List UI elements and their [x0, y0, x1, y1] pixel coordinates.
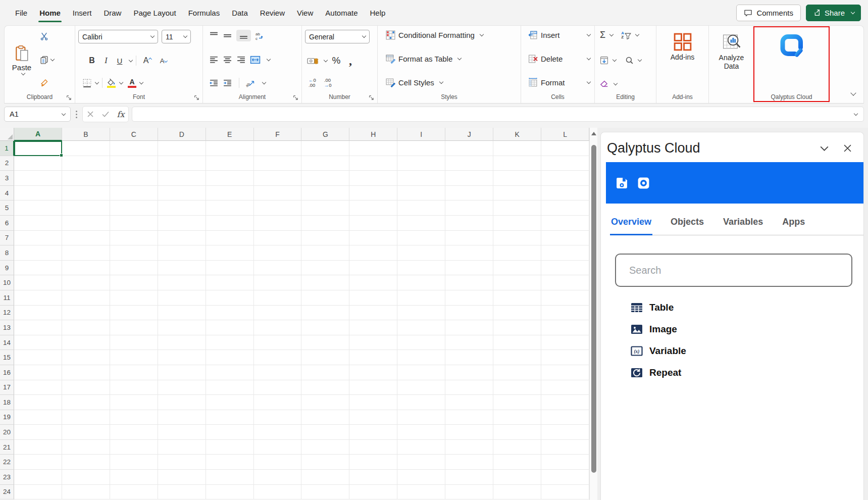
autosum-chevron-icon[interactable] — [609, 32, 614, 36]
cell-A22[interactable] — [14, 455, 62, 470]
clipboard-dialog-launcher[interactable] — [66, 95, 72, 101]
cell-E6[interactable] — [206, 216, 254, 231]
cell-I9[interactable] — [397, 261, 445, 276]
cell-B17[interactable] — [62, 380, 110, 395]
cell-D17[interactable] — [158, 380, 206, 395]
cell-A15[interactable] — [14, 350, 62, 365]
cell-A4[interactable] — [14, 186, 62, 201]
cell-B18[interactable] — [62, 395, 110, 410]
cell-F9[interactable] — [254, 261, 302, 276]
row-header-20[interactable]: 20 — [0, 425, 14, 440]
cell-G15[interactable] — [301, 350, 349, 365]
cell-J14[interactable] — [445, 335, 493, 351]
cell-L16[interactable] — [541, 365, 589, 380]
cell-H24[interactable] — [349, 485, 397, 500]
cell-H15[interactable] — [349, 350, 397, 365]
cell-C11[interactable] — [110, 290, 158, 306]
font-color-chevron-icon[interactable] — [139, 80, 143, 84]
formula-input[interactable] — [132, 107, 864, 122]
cell-G5[interactable] — [301, 201, 349, 216]
cell-H10[interactable] — [349, 275, 397, 290]
align-left-button[interactable] — [209, 56, 219, 64]
fill-handle[interactable] — [60, 154, 63, 157]
cell-D4[interactable] — [158, 186, 206, 201]
cell-C8[interactable] — [110, 245, 158, 261]
cell-G4[interactable] — [301, 186, 349, 201]
cell-H23[interactable] — [349, 470, 397, 485]
ribbon-tab-insert[interactable]: Insert — [67, 2, 98, 24]
cell-I7[interactable] — [397, 231, 445, 246]
cell-H2[interactable] — [349, 156, 397, 171]
spreadsheet-grid[interactable]: ABCDEFGHIJKL1234567891011121314151617181… — [0, 128, 589, 500]
cell-L23[interactable] — [541, 470, 589, 485]
cell-H3[interactable] — [349, 171, 397, 186]
orientation-button[interactable]: ab — [246, 79, 256, 87]
cell-B15[interactable] — [62, 350, 110, 365]
cell-D9[interactable] — [158, 261, 206, 276]
align-center-button[interactable] — [223, 56, 232, 64]
cell-E10[interactable] — [206, 275, 254, 290]
cell-C9[interactable] — [110, 261, 158, 276]
cell-L10[interactable] — [541, 275, 589, 290]
align-bottom-button[interactable] — [236, 30, 251, 41]
cell-F11[interactable] — [254, 290, 302, 306]
cell-B12[interactable] — [62, 306, 110, 321]
row-header-5[interactable]: 5 — [0, 201, 14, 216]
cell-C14[interactable] — [110, 335, 158, 351]
cell-D8[interactable] — [158, 245, 206, 261]
cell-K21[interactable] — [493, 440, 541, 455]
cell-F4[interactable] — [254, 186, 302, 201]
cell-A1[interactable] — [14, 141, 62, 156]
cell-I16[interactable] — [397, 365, 445, 380]
cell-K4[interactable] — [493, 186, 541, 201]
cell-L18[interactable] — [541, 395, 589, 410]
pane-item-variable[interactable]: (x)Variable — [630, 344, 863, 358]
pane-item-repeat[interactable]: Repeat — [630, 366, 863, 379]
italic-button[interactable]: I — [99, 55, 113, 67]
row-header-15[interactable]: 15 — [0, 350, 14, 365]
cancel-button[interactable] — [83, 107, 98, 122]
wrap-text-button[interactable]: abc — [255, 31, 265, 40]
cell-J24[interactable] — [445, 485, 493, 500]
pane-collapse-button[interactable] — [820, 146, 829, 151]
cell-J21[interactable] — [445, 440, 493, 455]
cell-C1[interactable] — [110, 141, 158, 156]
insert-cells-button[interactable]: Insert — [527, 30, 591, 40]
cell-H13[interactable] — [349, 320, 397, 335]
qalyptus-cloud-button[interactable] — [775, 30, 808, 90]
cell-K9[interactable] — [493, 261, 541, 276]
column-header-C[interactable]: C — [110, 128, 158, 141]
cell-J17[interactable] — [445, 380, 493, 395]
cell-F18[interactable] — [254, 395, 302, 410]
preview-button[interactable] — [637, 176, 650, 190]
cell-C20[interactable] — [110, 425, 158, 440]
cell-A23[interactable] — [14, 470, 62, 485]
orientation-chevron-icon[interactable] — [262, 80, 266, 84]
cell-E7[interactable] — [206, 231, 254, 246]
cell-C3[interactable] — [110, 171, 158, 186]
cell-J1[interactable] — [445, 141, 493, 156]
cell-D1[interactable] — [158, 141, 206, 156]
row-header-19[interactable]: 19 — [0, 410, 14, 425]
increase-font-size-button[interactable]: A — [140, 55, 155, 67]
cell-D24[interactable] — [158, 485, 206, 500]
cell-H22[interactable] — [349, 455, 397, 470]
cell-E14[interactable] — [206, 335, 254, 351]
cell-A12[interactable] — [14, 306, 62, 321]
cell-G21[interactable] — [301, 440, 349, 455]
cell-B3[interactable] — [62, 171, 110, 186]
cell-G2[interactable] — [301, 156, 349, 171]
cell-A6[interactable] — [14, 216, 62, 231]
cell-A10[interactable] — [14, 275, 62, 290]
cell-E12[interactable] — [206, 306, 254, 321]
format-as-table-button[interactable]: Format as Table — [385, 54, 484, 64]
cell-B2[interactable] — [62, 156, 110, 171]
cell-F24[interactable] — [254, 485, 302, 500]
increase-decimal-button[interactable]: ←0.00 — [307, 78, 318, 88]
cell-K2[interactable] — [493, 156, 541, 171]
cell-I1[interactable] — [397, 141, 445, 156]
row-header-7[interactable]: 7 — [0, 231, 14, 246]
cell-D5[interactable] — [158, 201, 206, 216]
delete-cells-button[interactable]: Delete — [527, 54, 591, 64]
cell-J22[interactable] — [445, 455, 493, 470]
